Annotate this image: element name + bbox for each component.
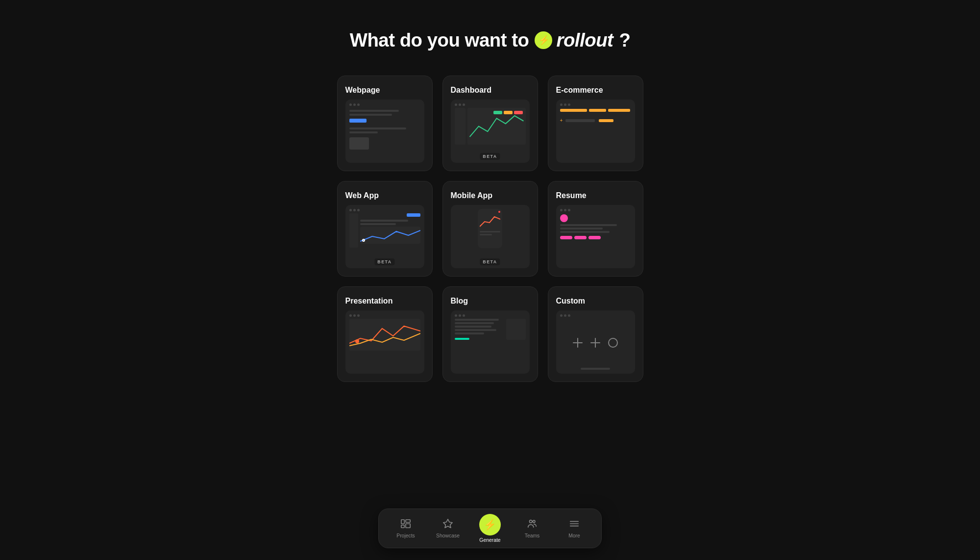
card-mobileapp-preview: BETA bbox=[451, 205, 530, 268]
svg-rect-1 bbox=[401, 525, 404, 528]
teams-icon bbox=[527, 518, 538, 531]
nav-label-showcase: Showcase bbox=[436, 533, 460, 538]
circle-icon bbox=[608, 338, 618, 348]
card-dashboard[interactable]: Dashboard bbox=[442, 76, 538, 171]
card-custom[interactable]: Custom bbox=[548, 286, 643, 382]
card-webapp-preview: BETA bbox=[345, 205, 424, 268]
brand-name: rollout bbox=[556, 29, 613, 51]
title-prefix: What do you want to bbox=[350, 29, 529, 51]
nav-label-generate: Generate bbox=[479, 537, 500, 543]
nav-item-generate[interactable]: ⚡ Generate bbox=[478, 514, 502, 543]
page-title: What do you want to ⚡ rollout ? bbox=[350, 29, 631, 51]
projects-icon bbox=[400, 518, 411, 531]
svg-rect-2 bbox=[406, 520, 410, 523]
svg-marker-4 bbox=[443, 519, 452, 528]
dashboard-beta-badge: BETA bbox=[480, 153, 500, 160]
card-blog-preview bbox=[451, 310, 530, 374]
card-ecommerce-preview: + bbox=[556, 100, 635, 163]
cards-grid: Webpage Dashboard bbox=[337, 76, 643, 382]
mobileapp-beta-badge: BETA bbox=[480, 258, 500, 265]
card-webapp-title: Web App bbox=[345, 191, 424, 200]
card-ecommerce-title: E-commerce bbox=[556, 86, 635, 95]
card-ecommerce[interactable]: E-commerce + bbox=[548, 76, 643, 171]
card-custom-title: Custom bbox=[556, 297, 635, 305]
card-presentation-title: Presentation bbox=[345, 297, 424, 305]
nav-item-showcase[interactable]: Showcase bbox=[436, 518, 460, 538]
plus-icon-1 bbox=[573, 338, 583, 348]
card-webpage-preview bbox=[345, 100, 424, 163]
webapp-beta-badge: BETA bbox=[374, 258, 394, 265]
card-webapp[interactable]: Web App bbox=[337, 181, 433, 277]
lightning-icon: ⚡ bbox=[535, 31, 552, 49]
card-mobileapp-title: Mobile App bbox=[451, 191, 530, 200]
nav-item-projects[interactable]: Projects bbox=[393, 518, 418, 538]
svg-point-5 bbox=[530, 520, 533, 523]
card-presentation[interactable]: Presentation bbox=[337, 286, 433, 382]
card-mobileapp[interactable]: Mobile App BETA bbox=[442, 181, 538, 277]
card-blog-title: Blog bbox=[451, 297, 530, 305]
nav-label-teams: Teams bbox=[525, 533, 540, 538]
generate-icon-wrap: ⚡ bbox=[479, 514, 501, 535]
card-webpage-title: Webpage bbox=[345, 86, 424, 95]
svg-point-6 bbox=[533, 520, 535, 523]
title-suffix: ? bbox=[619, 29, 630, 51]
card-resume-preview bbox=[556, 205, 635, 268]
more-icon bbox=[569, 518, 580, 531]
nav-item-more[interactable]: More bbox=[562, 518, 587, 538]
card-blog[interactable]: Blog bbox=[442, 286, 538, 382]
showcase-icon bbox=[442, 518, 453, 531]
plus-icon-2 bbox=[590, 338, 600, 348]
card-resume-title: Resume bbox=[556, 191, 635, 200]
svg-rect-3 bbox=[406, 524, 410, 528]
card-webpage[interactable]: Webpage bbox=[337, 76, 433, 171]
generate-lightning-icon: ⚡ bbox=[484, 519, 496, 531]
card-dashboard-preview: BETA bbox=[451, 100, 530, 163]
card-dashboard-title: Dashboard bbox=[451, 86, 530, 95]
card-custom-preview bbox=[556, 310, 635, 374]
svg-rect-0 bbox=[401, 520, 404, 524]
nav-item-teams[interactable]: Teams bbox=[520, 518, 544, 538]
bottom-nav: Projects Showcase ⚡ Generate Teams bbox=[378, 509, 602, 548]
nav-label-more: More bbox=[568, 533, 580, 538]
card-resume[interactable]: Resume bbox=[548, 181, 643, 277]
card-presentation-preview bbox=[345, 310, 424, 374]
nav-label-projects: Projects bbox=[396, 533, 415, 538]
